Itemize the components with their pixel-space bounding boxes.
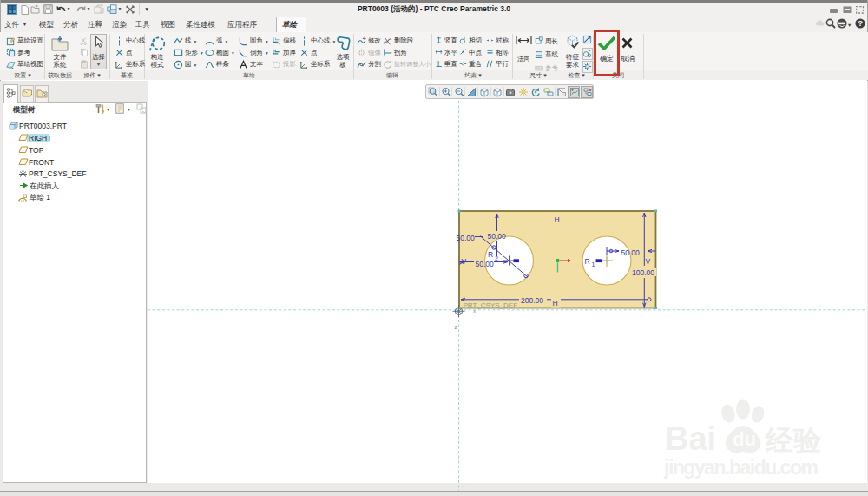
svg-text:50.00: 50.00	[488, 232, 507, 241]
svg-text:x: x	[473, 308, 476, 314]
svg-text:du: du	[733, 428, 756, 450]
svg-text:REF: REF	[536, 67, 543, 70]
svg-text:2: 2	[495, 255, 498, 261]
svg-text:Bai: Bai	[665, 420, 716, 457]
svg-text:50.00: 50.00	[457, 234, 476, 242]
svg-text:H: H	[553, 299, 558, 308]
svg-text:H: H	[555, 215, 560, 224]
svg-text:1: 1	[592, 261, 595, 268]
svg-text:R: R	[488, 250, 493, 259]
svg-text:50.00: 50.00	[621, 248, 641, 257]
svg-text:R: R	[585, 257, 590, 266]
svg-text:jingyan.baidu.com: jingyan.baidu.com	[663, 456, 818, 479]
svg-text:?: ?	[858, 18, 863, 28]
svg-text:200.00: 200.00	[521, 296, 543, 305]
svg-text:z: z	[455, 324, 458, 330]
svg-text:50.00: 50.00	[476, 260, 495, 268]
svg-text:PRT_CSYS_DEF: PRT_CSYS_DEF	[464, 301, 518, 309]
svg-text:100.00: 100.00	[632, 268, 654, 277]
svg-text:经验: 经验	[765, 425, 822, 456]
svg-text:V: V	[462, 257, 467, 266]
svg-text:V: V	[646, 257, 651, 266]
